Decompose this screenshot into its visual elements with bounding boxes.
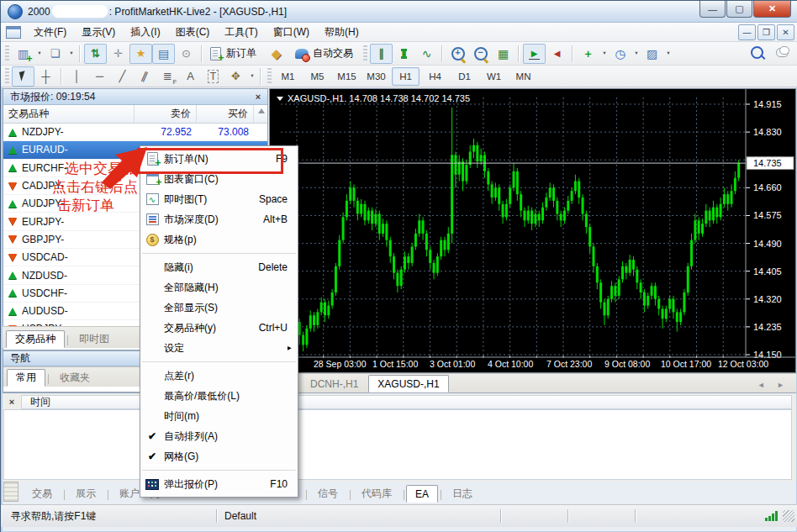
terminal-tab-代码库[interactable]: 代码库 <box>352 485 401 503</box>
child-minimize-button[interactable]: — <box>738 24 756 40</box>
profiles-dropdown[interactable] <box>66 45 76 63</box>
toolbar-gripper[interactable] <box>5 45 9 62</box>
auto-scroll-button[interactable] <box>523 44 546 64</box>
tab-scroll-arrows-icon[interactable] <box>757 381 789 389</box>
context-menu-item-最高价/最低价(L)[interactable]: 最高价/最低价(L) <box>140 386 298 406</box>
toolbar-gripper[interactable] <box>267 68 272 85</box>
navigator-tab-常用[interactable]: 常用 <box>7 369 45 387</box>
toolbar-gripper[interactable] <box>363 45 367 62</box>
chat-button[interactable] <box>774 45 789 60</box>
candlestick-chart[interactable]: 14.91514.83014.74514.66014.57514.49014.4… <box>270 89 795 372</box>
menu-显示(V)[interactable]: 显示(V) <box>74 23 123 42</box>
timeframe-M1[interactable]: M1 <box>274 67 302 86</box>
arrows-button[interactable] <box>224 66 247 87</box>
trendline-button[interactable] <box>111 66 134 87</box>
terminal-tab-日志[interactable]: 日志 <box>443 485 482 503</box>
context-menu-item-全部显示(S)[interactable]: 全部显示(S) <box>140 298 298 318</box>
context-menu-item-点差(r)[interactable]: 点差(r) <box>140 366 298 386</box>
child-close-button[interactable]: ✕ <box>777 24 794 40</box>
new-chart-dropdown[interactable] <box>34 45 44 63</box>
templates-button[interactable] <box>641 44 663 64</box>
menu-图表(C)[interactable]: 图表(C) <box>168 23 218 42</box>
timeframe-H4[interactable]: H4 <box>421 67 449 86</box>
metaeditor-button[interactable] <box>265 44 288 64</box>
terminal-tab-信号[interactable]: 信号 <box>309 485 347 503</box>
crosshair-tool-button[interactable] <box>34 66 57 87</box>
terminal-toggle-button[interactable] <box>152 44 175 64</box>
context-menu-item-市场深度(D)[interactable]: 市场深度(D)Alt+B <box>140 209 298 229</box>
arrows-dropdown[interactable] <box>247 67 256 86</box>
timeframe-M30[interactable]: M30 <box>362 67 390 86</box>
periods-dropdown[interactable] <box>631 45 641 63</box>
terminal-column-header[interactable]: 时间 <box>21 395 792 409</box>
new-chart-button[interactable] <box>12 44 34 64</box>
market-watch-header[interactable]: 市场报价: 09:19:54 <box>3 89 267 105</box>
market-watch-tab-交易品种[interactable]: 交易品种 <box>6 330 65 348</box>
context-menu-item-网格(G)[interactable]: 网格(G) <box>140 446 298 466</box>
minimize-button[interactable]: — <box>699 1 726 18</box>
chart-window[interactable]: 14.91514.83014.74514.66014.57514.49014.4… <box>269 88 796 373</box>
context-menu-item-即时图(T)[interactable]: 即时图(T)Space <box>140 189 298 209</box>
terminal-close-icon[interactable] <box>6 396 18 408</box>
context-menu-item-弹出报价(P)[interactable]: 弹出报价(P)F10 <box>140 474 298 494</box>
context-menu-item-全部隐藏(H)[interactable]: 全部隐藏(H) <box>140 277 298 298</box>
title-bar[interactable]: 2000 : ProfitMarketHK-Live2 - [XAGUSD-,H… <box>1 1 797 23</box>
menu-文件(F)[interactable]: 文件(F) <box>26 23 74 42</box>
zoom-out-button[interactable] <box>469 44 492 64</box>
terminal-tab-EA[interactable]: EA <box>406 485 438 503</box>
menu-工具(T)[interactable]: 工具(T) <box>217 23 265 42</box>
terminal-tab-展示[interactable]: 展示 <box>66 485 105 503</box>
context-menu-item-时间(m)[interactable]: 时间(m) <box>140 406 298 426</box>
child-restore-button[interactable]: ❐ <box>757 24 775 40</box>
fibonacci-button[interactable] <box>156 66 179 87</box>
maximize-button[interactable]: ▢ <box>726 1 752 18</box>
bar-chart-button[interactable] <box>370 44 393 64</box>
autotrading-button[interactable]: 自动交易 <box>293 44 355 64</box>
navigator-tab-收藏夹[interactable]: 收藏夹 <box>50 369 99 387</box>
chart-tab-XAGUSD-,H1[interactable]: XAGUSD-,H1 <box>368 375 448 392</box>
menu-帮助(H)[interactable]: 帮助(H) <box>317 23 367 42</box>
timeframe-D1[interactable]: D1 <box>451 67 478 86</box>
indicators-dropdown[interactable] <box>599 45 609 63</box>
terminal-tab-交易[interactable]: 交易 <box>23 485 61 503</box>
market-watch-tab-即时图[interactable]: 即时图 <box>70 330 119 348</box>
symbol-row-NZDJPY-[interactable]: NZDJPY-72.95273.008 <box>3 124 267 141</box>
text-tool-button[interactable] <box>179 66 202 87</box>
menu-窗口(W)[interactable]: 窗口(W) <box>266 23 317 42</box>
text-label-button[interactable] <box>202 66 224 87</box>
timeframe-MN[interactable]: MN <box>509 67 537 86</box>
market-watch-close-icon[interactable] <box>252 91 264 103</box>
profiles-button[interactable] <box>44 44 66 64</box>
data-window-button[interactable] <box>107 44 129 64</box>
line-chart-button[interactable] <box>415 44 438 64</box>
chart-window-icon[interactable] <box>6 26 21 39</box>
templates-dropdown[interactable] <box>663 45 673 63</box>
timeframe-M15[interactable]: M15 <box>333 67 361 86</box>
search-button[interactable] <box>749 45 764 60</box>
context-menu-item-设定[interactable]: 设定 <box>140 338 298 358</box>
channel-button[interactable] <box>134 66 156 87</box>
indicators-button[interactable] <box>577 44 599 64</box>
toolbar-gripper[interactable] <box>5 68 9 85</box>
chart-tab-DCNH-,H1[interactable]: DCNH-,H1 <box>301 375 367 392</box>
context-menu-item-隐藏(i)[interactable]: 隐藏(i)Delete <box>140 257 298 277</box>
vertical-line-button[interactable] <box>66 66 88 87</box>
chart-shift-button[interactable] <box>546 44 568 64</box>
zoom-in-button[interactable] <box>446 44 469 64</box>
column-header-买价[interactable]: 买价 <box>197 105 254 123</box>
menu-插入(I)[interactable]: 插入(I) <box>123 23 167 42</box>
context-menu-item-自动排列(A)[interactable]: 自动排列(A) <box>140 426 298 446</box>
timeframe-H1[interactable]: H1 <box>392 67 420 86</box>
candlestick-button[interactable] <box>393 44 415 64</box>
periods-button[interactable] <box>609 44 631 64</box>
status-profile[interactable]: Default <box>218 510 500 522</box>
scroll-up-icon[interactable] <box>258 108 265 113</box>
context-menu-item-规格(p)[interactable]: 规格(p) <box>140 229 298 250</box>
horizontal-line-button[interactable] <box>88 66 111 87</box>
resize-grip[interactable] <box>783 510 794 522</box>
column-header-交易品种[interactable]: 交易品种 <box>3 105 135 123</box>
terminal-dock-gripper[interactable] <box>3 482 18 502</box>
close-button[interactable]: ✕ <box>753 1 791 18</box>
navigator-toggle-button[interactable] <box>129 44 152 64</box>
market-watch-toggle-button[interactable] <box>84 44 107 64</box>
